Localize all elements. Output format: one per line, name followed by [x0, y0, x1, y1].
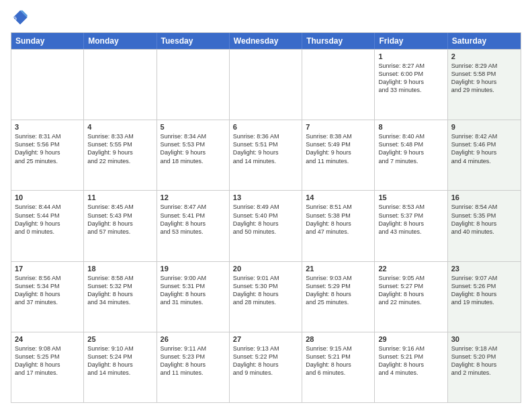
day-number: 16	[451, 193, 517, 201]
calendar-row-0: 1Sunrise: 8:27 AM Sunset: 6:00 PM Daylig…	[11, 49, 521, 120]
day-number: 20	[233, 265, 298, 273]
day-cell-23: 23Sunrise: 9:07 AM Sunset: 5:26 PM Dayli…	[448, 262, 521, 332]
day-number: 7	[306, 123, 371, 131]
day-cell-19: 19Sunrise: 9:00 AM Sunset: 5:31 PM Dayli…	[157, 262, 230, 332]
day-cell-8: 8Sunrise: 8:40 AM Sunset: 5:48 PM Daylig…	[375, 120, 447, 190]
day-number: 5	[161, 123, 226, 131]
empty-cell-0-3	[230, 50, 302, 120]
day-cell-18: 18Sunrise: 8:58 AM Sunset: 5:32 PM Dayli…	[84, 262, 157, 332]
day-cell-6: 6Sunrise: 8:36 AM Sunset: 5:51 PM Daylig…	[230, 120, 302, 190]
day-info: Sunrise: 9:07 AM Sunset: 5:26 PM Dayligh…	[451, 274, 517, 307]
day-number: 13	[233, 193, 298, 201]
day-info: Sunrise: 9:03 AM Sunset: 5:29 PM Dayligh…	[306, 274, 371, 307]
day-number: 28	[306, 335, 371, 343]
calendar-row-2: 10Sunrise: 8:44 AM Sunset: 5:44 PM Dayli…	[11, 190, 521, 261]
day-info: Sunrise: 9:11 AM Sunset: 5:23 PM Dayligh…	[161, 345, 226, 377]
day-cell-3: 3Sunrise: 8:31 AM Sunset: 5:56 PM Daylig…	[11, 120, 84, 190]
day-info: Sunrise: 9:05 AM Sunset: 5:27 PM Dayligh…	[378, 274, 443, 307]
day-info: Sunrise: 9:16 AM Sunset: 5:21 PM Dayligh…	[378, 345, 443, 377]
day-cell-29: 29Sunrise: 9:16 AM Sunset: 5:21 PM Dayli…	[375, 332, 447, 402]
day-number: 17	[15, 265, 80, 273]
day-number: 29	[378, 335, 443, 343]
day-cell-24: 24Sunrise: 9:08 AM Sunset: 5:25 PM Dayli…	[11, 332, 84, 402]
day-number: 10	[15, 193, 80, 201]
day-cell-21: 21Sunrise: 9:03 AM Sunset: 5:29 PM Dayli…	[302, 262, 375, 332]
day-info: Sunrise: 8:29 AM Sunset: 5:58 PM Dayligh…	[451, 62, 517, 95]
calendar-header: SundayMondayTuesdayWednesdayThursdayFrid…	[11, 33, 521, 49]
day-info: Sunrise: 8:58 AM Sunset: 5:32 PM Dayligh…	[87, 274, 152, 307]
day-cell-2: 2Sunrise: 8:29 AM Sunset: 5:58 PM Daylig…	[448, 50, 521, 120]
day-number: 6	[233, 123, 298, 131]
day-number: 2	[451, 52, 517, 60]
calendar-body: 1Sunrise: 8:27 AM Sunset: 6:00 PM Daylig…	[11, 49, 521, 402]
day-cell-13: 13Sunrise: 8:49 AM Sunset: 5:40 PM Dayli…	[230, 191, 302, 261]
day-info: Sunrise: 8:27 AM Sunset: 6:00 PM Dayligh…	[378, 62, 443, 95]
logo: G	[11, 8, 32, 27]
day-info: Sunrise: 8:56 AM Sunset: 5:34 PM Dayligh…	[15, 274, 80, 307]
day-info: Sunrise: 8:49 AM Sunset: 5:40 PM Dayligh…	[233, 203, 298, 236]
day-number: 12	[161, 193, 226, 201]
logo-icon: G	[11, 8, 30, 27]
day-info: Sunrise: 8:47 AM Sunset: 5:41 PM Dayligh…	[161, 203, 226, 236]
day-number: 24	[15, 335, 80, 343]
day-number: 21	[306, 265, 371, 273]
header-day-saturday: Saturday	[448, 33, 521, 49]
day-cell-15: 15Sunrise: 8:53 AM Sunset: 5:37 PM Dayli…	[375, 191, 447, 261]
day-number: 11	[87, 193, 152, 201]
day-cell-25: 25Sunrise: 9:10 AM Sunset: 5:24 PM Dayli…	[84, 332, 157, 402]
empty-cell-0-2	[157, 50, 230, 120]
day-info: Sunrise: 8:54 AM Sunset: 5:35 PM Dayligh…	[451, 203, 517, 236]
day-number: 22	[378, 265, 443, 273]
calendar-row-1: 3Sunrise: 8:31 AM Sunset: 5:56 PM Daylig…	[11, 120, 521, 190]
empty-cell-0-1	[84, 50, 157, 120]
day-number: 23	[451, 265, 517, 273]
empty-cell-0-0	[11, 50, 84, 120]
day-number: 25	[87, 335, 152, 343]
calendar-row-3: 17Sunrise: 8:56 AM Sunset: 5:34 PM Dayli…	[11, 261, 521, 332]
day-info: Sunrise: 9:18 AM Sunset: 5:20 PM Dayligh…	[451, 345, 517, 377]
day-info: Sunrise: 8:36 AM Sunset: 5:51 PM Dayligh…	[233, 132, 298, 165]
day-number: 27	[233, 335, 298, 343]
day-cell-28: 28Sunrise: 9:15 AM Sunset: 5:21 PM Dayli…	[302, 332, 375, 402]
day-number: 8	[378, 123, 443, 131]
day-info: Sunrise: 8:33 AM Sunset: 5:55 PM Dayligh…	[87, 132, 152, 165]
day-info: Sunrise: 9:10 AM Sunset: 5:24 PM Dayligh…	[87, 345, 152, 377]
calendar-row-4: 24Sunrise: 9:08 AM Sunset: 5:25 PM Dayli…	[11, 332, 521, 402]
day-cell-30: 30Sunrise: 9:18 AM Sunset: 5:20 PM Dayli…	[448, 332, 521, 402]
day-cell-17: 17Sunrise: 8:56 AM Sunset: 5:34 PM Dayli…	[11, 262, 84, 332]
day-cell-16: 16Sunrise: 8:54 AM Sunset: 5:35 PM Dayli…	[448, 191, 521, 261]
day-cell-12: 12Sunrise: 8:47 AM Sunset: 5:41 PM Dayli…	[157, 191, 230, 261]
day-info: Sunrise: 8:40 AM Sunset: 5:48 PM Dayligh…	[378, 132, 443, 165]
page: G SundayMondayTuesdayWednesdayThursdayFr…	[0, 0, 532, 411]
day-number: 26	[161, 335, 226, 343]
header: G	[11, 8, 521, 27]
day-cell-1: 1Sunrise: 8:27 AM Sunset: 6:00 PM Daylig…	[375, 50, 447, 120]
day-cell-4: 4Sunrise: 8:33 AM Sunset: 5:55 PM Daylig…	[84, 120, 157, 190]
header-day-wednesday: Wednesday	[230, 33, 302, 49]
svg-text:G: G	[13, 16, 17, 21]
day-info: Sunrise: 8:34 AM Sunset: 5:53 PM Dayligh…	[161, 132, 226, 165]
day-info: Sunrise: 9:01 AM Sunset: 5:30 PM Dayligh…	[233, 274, 298, 307]
header-day-tuesday: Tuesday	[157, 33, 230, 49]
header-day-thursday: Thursday	[302, 33, 375, 49]
day-cell-27: 27Sunrise: 9:13 AM Sunset: 5:22 PM Dayli…	[230, 332, 302, 402]
day-cell-7: 7Sunrise: 8:38 AM Sunset: 5:49 PM Daylig…	[302, 120, 375, 190]
day-info: Sunrise: 8:45 AM Sunset: 5:43 PM Dayligh…	[87, 203, 152, 236]
day-cell-22: 22Sunrise: 9:05 AM Sunset: 5:27 PM Dayli…	[375, 262, 447, 332]
day-number: 4	[87, 123, 152, 131]
day-cell-10: 10Sunrise: 8:44 AM Sunset: 5:44 PM Dayli…	[11, 191, 84, 261]
day-number: 1	[378, 52, 443, 60]
day-number: 30	[451, 335, 517, 343]
header-day-sunday: Sunday	[11, 33, 84, 49]
day-info: Sunrise: 8:31 AM Sunset: 5:56 PM Dayligh…	[15, 132, 80, 165]
day-number: 15	[378, 193, 443, 201]
day-number: 3	[15, 123, 80, 131]
day-cell-26: 26Sunrise: 9:11 AM Sunset: 5:23 PM Dayli…	[157, 332, 230, 402]
day-info: Sunrise: 8:44 AM Sunset: 5:44 PM Dayligh…	[15, 203, 80, 236]
day-cell-20: 20Sunrise: 9:01 AM Sunset: 5:30 PM Dayli…	[230, 262, 302, 332]
day-info: Sunrise: 9:15 AM Sunset: 5:21 PM Dayligh…	[306, 345, 371, 377]
day-cell-9: 9Sunrise: 8:42 AM Sunset: 5:46 PM Daylig…	[448, 120, 521, 190]
header-day-monday: Monday	[84, 33, 157, 49]
day-info: Sunrise: 9:13 AM Sunset: 5:22 PM Dayligh…	[233, 345, 298, 377]
day-info: Sunrise: 8:42 AM Sunset: 5:46 PM Dayligh…	[451, 132, 517, 165]
